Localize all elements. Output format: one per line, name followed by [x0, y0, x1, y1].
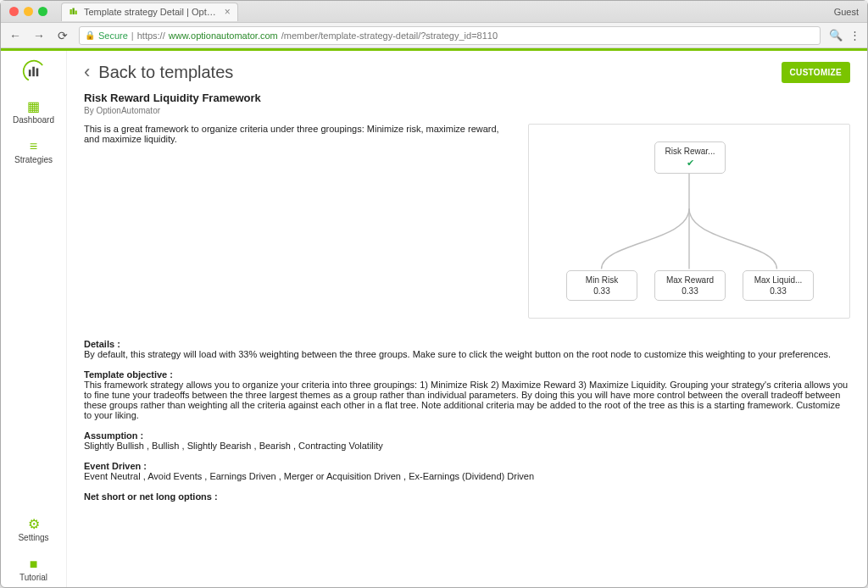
dashboard-icon: ▦ — [27, 100, 40, 114]
node-value: 0.33 — [574, 286, 630, 296]
page-header: ‹ Back to templates CUSTOMIZE — [84, 61, 850, 83]
sidebar: ▦ Dashboard ≡ Strategies ⚙ Settings ■ Tu… — [1, 51, 67, 587]
browser-tab[interactable]: Template strategy Detail | Opt… × — [61, 3, 238, 21]
section-text: This framework strategy allows you to or… — [84, 380, 848, 420]
back-link[interactable]: ‹ Back to templates — [84, 61, 233, 83]
tree-root-node[interactable]: Risk Rewar... ✔ — [654, 141, 726, 174]
arrow-left-icon: ‹ — [84, 61, 90, 83]
svg-rect-4 — [28, 69, 31, 76]
check-icon: ✔ — [662, 158, 718, 169]
app-logo[interactable] — [20, 58, 47, 85]
window-controls — [9, 7, 47, 16]
app-body: ▦ Dashboard ≡ Strategies ⚙ Settings ■ Tu… — [1, 51, 867, 587]
customize-button[interactable]: CUSTOMIZE — [782, 62, 850, 83]
sidebar-item-label: Strategies — [14, 155, 53, 164]
browser-toolbar: ← → ⟳ 🔒 Secure | https://www.optionautom… — [1, 23, 867, 48]
node-label: Max Liquid... — [750, 275, 806, 285]
sidebar-item-tutorial[interactable]: ■ Tutorial — [1, 552, 66, 587]
profile-label[interactable]: Guest — [834, 7, 859, 17]
section-label: Net short or net long options : — [84, 491, 850, 502]
sidebar-item-label: Settings — [18, 533, 48, 542]
favicon-icon — [69, 7, 79, 17]
section-label: Assumption : — [84, 430, 850, 441]
nav-forward-icon[interactable]: → — [31, 29, 47, 42]
section-assumption: Assumption : Slightly Bullish , Bullish … — [84, 430, 850, 451]
sidebar-item-label: Tutorial — [19, 573, 47, 582]
back-label: Back to templates — [98, 63, 233, 82]
strategy-title: Risk Reward Liquidity Framework — [84, 92, 850, 104]
svg-rect-2 — [75, 11, 77, 15]
section-details: Details : By default, this strategy will… — [84, 339, 850, 359]
node-value: 0.33 — [750, 286, 806, 296]
secure-label: Secure — [98, 31, 128, 41]
section-event-driven: Event Driven : Event Neutral , Avoid Eve… — [84, 461, 850, 481]
section-text: Slightly Bullish , Bullish , Slightly Be… — [84, 441, 383, 451]
browser-window: Template strategy Detail | Opt… × Guest … — [0, 0, 868, 588]
tab-title: Template strategy Detail | Opt… — [84, 7, 216, 17]
maximize-window-button[interactable] — [38, 7, 47, 16]
titlebar: Template strategy Detail | Opt… × Guest — [1, 1, 867, 23]
list-icon: ≡ — [30, 140, 37, 153]
url-host: www.optionautomator.com — [169, 31, 278, 41]
svg-rect-0 — [70, 9, 72, 14]
url-path: /member/template-strategy-detail/?strate… — [281, 31, 498, 41]
address-bar[interactable]: 🔒 Secure | https://www.optionautomator.c… — [79, 26, 821, 45]
sidebar-item-strategies[interactable]: ≡ Strategies — [1, 135, 66, 169]
section-label: Template objective : — [84, 369, 850, 380]
node-label: Min Risk — [574, 275, 630, 285]
node-label: Risk Rewar... — [662, 147, 718, 156]
details-sections: Details : By default, this strategy will… — [84, 339, 850, 502]
top-split: This is a great framework to organize cr… — [84, 124, 850, 319]
close-window-button[interactable] — [9, 7, 19, 16]
section-text: Event Neutral , Avoid Events , Earnings … — [84, 471, 534, 481]
sidebar-item-settings[interactable]: ⚙ Settings — [1, 513, 66, 547]
sidebar-item-label: Dashboard — [13, 115, 54, 125]
close-tab-icon[interactable]: × — [225, 6, 231, 18]
section-net-options: Net short or net long options : — [84, 491, 850, 502]
video-icon: ■ — [30, 557, 38, 571]
tree-child-node[interactable]: Max Liquid... 0.33 — [743, 270, 814, 301]
node-value: 0.33 — [662, 286, 718, 296]
section-label: Details : — [84, 339, 850, 349]
strategy-description: This is a great framework to organize cr… — [84, 124, 508, 319]
strategy-byline: By OptionAutomator — [84, 106, 850, 115]
minimize-window-button[interactable] — [24, 7, 33, 16]
svg-rect-1 — [73, 8, 75, 15]
strategy-header: Risk Reward Liquidity Framework By Optio… — [84, 92, 850, 115]
nav-back-icon[interactable]: ← — [8, 29, 23, 42]
main-content: ‹ Back to templates CUSTOMIZE Risk Rewar… — [67, 51, 867, 587]
lock-icon: 🔒 — [85, 31, 95, 40]
svg-rect-6 — [36, 69, 38, 77]
tree-diagram[interactable]: Risk Rewar... ✔ Min Risk 0.33 Max Reward… — [528, 124, 850, 319]
search-icon[interactable]: 🔍 — [829, 29, 843, 42]
tree-child-node[interactable]: Max Reward 0.33 — [654, 270, 726, 301]
tree-child-node[interactable]: Min Risk 0.33 — [566, 270, 637, 301]
menu-icon[interactable]: ⋮ — [849, 29, 860, 42]
sidebar-item-dashboard[interactable]: ▦ Dashboard — [1, 95, 66, 130]
section-label: Event Driven : — [84, 461, 850, 471]
svg-rect-5 — [32, 67, 35, 76]
toolbar-right: 🔍 ⋮ — [829, 29, 860, 42]
section-text: By default, this strategy will load with… — [84, 349, 831, 359]
nav-reload-icon[interactable]: ⟳ — [55, 29, 70, 42]
gear-icon: ⚙ — [28, 518, 40, 531]
section-objective: Template objective : This framework stra… — [84, 369, 850, 420]
node-label: Max Reward — [662, 275, 718, 285]
url-scheme: https:// — [137, 31, 165, 41]
